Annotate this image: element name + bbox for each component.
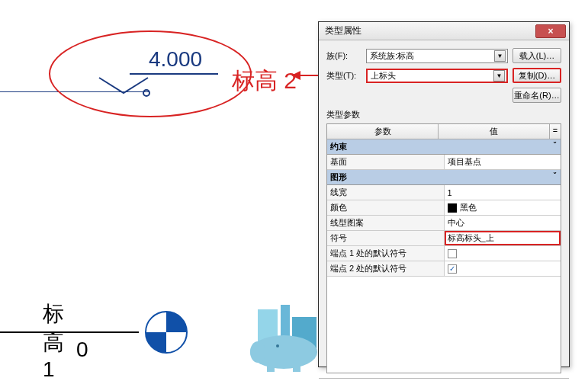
svg-rect-8 — [267, 360, 275, 372]
type-label: 类型(T): — [326, 70, 361, 82]
chevron-down-icon: ▼ — [493, 70, 505, 82]
category-graphics[interactable]: 图形 ˇ — [327, 170, 561, 185]
table-row-base[interactable]: 基面 项目基点 — [327, 155, 561, 170]
section-label: 类型参数 — [326, 109, 561, 120]
row-value[interactable] — [445, 246, 561, 261]
row-value[interactable]: 1 — [445, 185, 561, 200]
level1-label: 标高 1 — [43, 299, 64, 381]
family-label: 族(F): — [326, 50, 361, 62]
row-label: 线型图案 — [327, 216, 445, 230]
header-eq: = — [550, 124, 561, 139]
chevron-down-icon: ▼ — [494, 50, 506, 62]
type-properties-dialog: 类型属性 × 族(F): 系统族:标高 ▼ 载入(L)… 类型(T): 上标头 … — [318, 21, 570, 367]
type-select[interactable]: 上标头 ▼ — [366, 69, 508, 83]
row-value[interactable]: 项目基点 — [445, 155, 561, 169]
row-label: 颜色 — [327, 200, 445, 215]
expand-icon: ˇ — [554, 141, 557, 152]
table-row-default2[interactable]: 端点 2 处的默认符号 ✓ — [327, 261, 561, 277]
rename-button[interactable]: 重命名(R)… — [512, 88, 561, 103]
header-value: 值 — [439, 124, 550, 139]
row-value[interactable]: 标高标头_上 — [445, 231, 561, 245]
category-constraint[interactable]: 约束 ˇ — [327, 139, 561, 155]
level1-marker-icon — [145, 311, 188, 357]
table-row-default1[interactable]: 端点 1 处的默认符号 — [327, 246, 561, 261]
close-icon: × — [548, 26, 553, 37]
dialog-title: 类型属性 — [325, 24, 535, 37]
row-value[interactable]: 中心 — [445, 216, 561, 230]
color-name: 黑色 — [460, 202, 477, 213]
close-button[interactable]: × — [535, 24, 566, 38]
annotation-label: 标高 2 — [232, 66, 297, 97]
annotation-ellipse — [49, 30, 252, 117]
header-param: 参数 — [327, 124, 439, 139]
dialog-titlebar[interactable]: 类型属性 × — [319, 22, 569, 40]
row-label: 线宽 — [327, 185, 445, 200]
category-constraint-label: 约束 — [330, 141, 347, 152]
checkbox-checked[interactable]: ✓ — [448, 264, 457, 274]
table-row-color[interactable]: 颜色 黑色 — [327, 200, 561, 216]
svg-point-10 — [250, 341, 265, 363]
svg-point-11 — [276, 344, 279, 347]
level1-value: 0 — [76, 338, 88, 362]
copy-button[interactable]: 复制(D)… — [512, 68, 561, 83]
row-label: 端点 1 处的默认符号 — [327, 246, 445, 261]
table-row-lineweight[interactable]: 线宽 1 — [327, 185, 561, 200]
row-label: 符号 — [327, 231, 445, 245]
color-swatch-icon — [448, 203, 457, 213]
level1-line — [0, 331, 139, 333]
family-value: 系统族:标高 — [370, 50, 414, 62]
load-button[interactable]: 载入(L)… — [512, 48, 561, 63]
row-value[interactable]: 黑色 — [445, 200, 561, 215]
family-select[interactable]: 系统族:标高 ▼ — [366, 49, 508, 63]
table-row-pattern[interactable]: 线型图案 中心 — [327, 216, 561, 231]
expand-icon: ˇ — [554, 171, 557, 183]
svg-marker-2 — [291, 71, 300, 80]
row-label: 端点 2 处的默认符号 — [327, 261, 445, 276]
table-row-symbol[interactable]: 符号 标高标头_上 — [327, 231, 561, 246]
checkbox-unchecked[interactable] — [448, 249, 457, 258]
svg-rect-9 — [293, 360, 300, 372]
type-value: 上标头 — [371, 70, 396, 82]
param-table: 参数 值 = 约束 ˇ 基面 项目基点 图形 ˇ 线宽 1 颜色 — [326, 123, 561, 373]
row-label: 基面 — [327, 155, 445, 169]
row-value[interactable]: ✓ — [445, 261, 561, 276]
table-empty-area — [327, 277, 561, 373]
dialog-footer: << 预览(P) 确定 取消 应用 — [319, 378, 569, 381]
category-graphics-label: 图形 — [330, 171, 347, 183]
param-header: 参数 值 = — [327, 124, 561, 139]
